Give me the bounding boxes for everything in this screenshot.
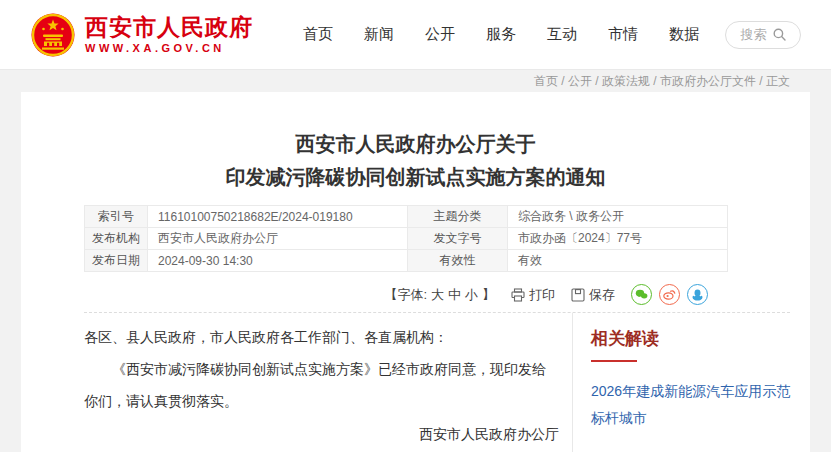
- nav-item-home[interactable]: 首页: [303, 25, 333, 44]
- font-label-prefix: 【字体:: [384, 286, 427, 304]
- search-button[interactable]: 搜索: [725, 21, 801, 49]
- meta-label-index: 索引号: [85, 206, 148, 228]
- meta-value-topic: 综合政务 \ 政务公开: [508, 206, 728, 228]
- nav-item-interact[interactable]: 互动: [547, 25, 577, 44]
- meta-value-validity: 有效: [508, 250, 728, 272]
- meta-label-pubdate: 发布日期: [85, 250, 148, 272]
- nav-item-data[interactable]: 数据: [669, 25, 699, 44]
- site-header: 西安市人民政府 WWW.XA.GOV.CN 首页 新闻 公开 服务 互动 市情 …: [0, 0, 831, 70]
- table-row: 发布日期 2024-09-30 14:30 有效性 有效: [85, 250, 728, 272]
- qq-icon: [692, 289, 703, 301]
- nav-item-public[interactable]: 公开: [425, 25, 455, 44]
- meta-value-index: 11610100750218682E/2024-019180: [148, 206, 408, 228]
- related-reading-link[interactable]: 2026年建成新能源汽车应用示范标杆城市: [591, 378, 791, 432]
- document-meta-table: 索引号 11610100750218682E/2024-019180 主题分类 …: [84, 205, 728, 272]
- salutation-paragraph: 各区、县人民政府，市人民政府各工作部门、各直属机构：: [84, 321, 559, 353]
- breadcrumb-bar: 首页 / 公开 / 政策法规 / 市政府办公厅文件 / 正文: [0, 70, 831, 92]
- font-size-large[interactable]: 大: [431, 286, 444, 304]
- meta-label-topic: 主题分类: [408, 206, 508, 228]
- related-reading-title: 相关解读: [591, 327, 786, 350]
- logo-text: 西安市人民政府 WWW.XA.GOV.CN: [85, 15, 253, 54]
- save-icon: [571, 288, 585, 302]
- table-row: 发布机构 西安市人民政府办公厅 发文字号 市政办函〔2024〕77号: [85, 228, 728, 250]
- meta-label-issuer: 发布机构: [85, 228, 148, 250]
- font-size-control: 【字体: 大 中 小 】: [384, 286, 495, 304]
- share-weibo-button[interactable]: [659, 284, 680, 305]
- national-emblem-icon: [30, 12, 76, 58]
- table-row: 索引号 11610100750218682E/2024-019180 主题分类 …: [85, 206, 728, 228]
- title-line-1: 西安市人民政府办公厅关于: [21, 128, 810, 161]
- save-button[interactable]: 保存: [571, 286, 615, 304]
- printer-icon: [511, 288, 525, 302]
- related-reading-underline: [591, 360, 637, 362]
- page-title: 西安市人民政府办公厅关于 印发减污降碳协同创新试点实施方案的通知: [21, 128, 810, 194]
- breadcrumb[interactable]: 首页 / 公开 / 政策法规 / 市政府办公厅文件 / 正文: [534, 73, 790, 90]
- site-name: 西安市人民政府: [85, 15, 253, 40]
- font-size-small[interactable]: 小: [465, 286, 478, 304]
- article-body: 各区、县人民政府，市人民政府各工作部门、各直属机构： 《西安市减污降碳协同创新试…: [84, 313, 559, 452]
- meta-label-validity: 有效性: [408, 250, 508, 272]
- meta-label-docnum: 发文字号: [408, 228, 508, 250]
- font-label-suffix: 】: [482, 286, 495, 304]
- wechat-icon: [635, 289, 648, 300]
- weibo-icon: [663, 289, 676, 300]
- document-card: 西安市人民政府办公厅关于 印发减污降碳协同创新试点实施方案的通知 索引号 116…: [21, 92, 810, 452]
- share-wechat-button[interactable]: [631, 284, 652, 305]
- nav-item-news[interactable]: 新闻: [364, 25, 394, 44]
- print-button[interactable]: 打印: [511, 286, 555, 304]
- main-nav: 首页 新闻 公开 服务 互动 市情 数据: [303, 25, 699, 44]
- search-icon: [773, 28, 786, 41]
- body-paragraph: 《西安市减污降碳协同创新试点实施方案》已经市政府同意，现印发给你们，请认真贯彻落…: [84, 353, 559, 417]
- site-logo[interactable]: 西安市人民政府 WWW.XA.GOV.CN: [30, 12, 253, 58]
- print-label: 打印: [529, 286, 555, 304]
- article-toolbar: 【字体: 大 中 小 】 打印 保存: [21, 284, 708, 305]
- font-size-medium[interactable]: 中: [448, 286, 461, 304]
- related-reading-panel: 相关解读 2026年建成新能源汽车应用示范标杆城市: [572, 313, 786, 452]
- meta-value-docnum: 市政办函〔2024〕77号: [508, 228, 728, 250]
- share-qq-button[interactable]: [687, 284, 708, 305]
- content-row: 各区、县人民政府，市人民政府各工作部门、各直属机构： 《西安市减污降碳协同创新试…: [84, 313, 810, 452]
- save-label: 保存: [589, 286, 615, 304]
- site-url: WWW.XA.GOV.CN: [85, 42, 253, 54]
- meta-value-pubdate: 2024-09-30 14:30: [148, 250, 408, 272]
- nav-item-city[interactable]: 市情: [608, 25, 638, 44]
- title-line-2: 印发减污降碳协同创新试点实施方案的通知: [21, 161, 810, 194]
- signature: 西安市人民政府办公厅: [84, 418, 559, 450]
- meta-value-issuer: 西安市人民政府办公厅: [148, 228, 408, 250]
- search-label: 搜索: [741, 26, 767, 44]
- share-buttons: [631, 284, 708, 305]
- nav-item-services[interactable]: 服务: [486, 25, 516, 44]
